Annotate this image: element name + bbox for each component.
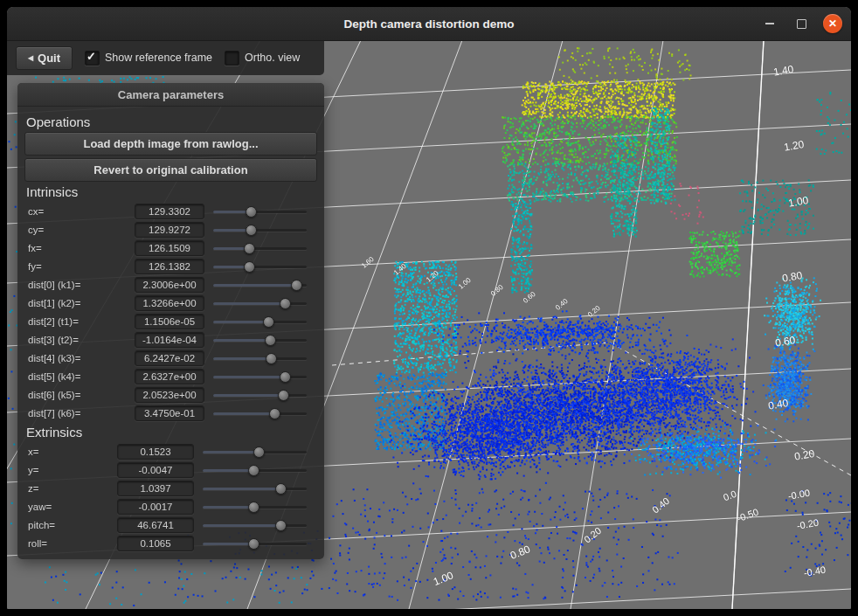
param-slider[interactable] xyxy=(203,497,307,516)
slider-fill xyxy=(213,357,270,360)
param-slider[interactable] xyxy=(203,516,307,534)
param-value-box[interactable]: -1.0164e-04 xyxy=(135,332,204,348)
param-value-box[interactable]: 46.6741 xyxy=(117,517,194,533)
param-value-box[interactable]: 129.9272 xyxy=(135,222,204,238)
param-value-box[interactable]: 129.3302 xyxy=(135,204,204,219)
param-slider[interactable] xyxy=(213,239,307,257)
checkbox-box[interactable]: ✓ xyxy=(85,51,100,66)
param-value-box[interactable]: 0.1523 xyxy=(117,444,194,460)
param-label: dist[7] (k6)= xyxy=(24,408,135,419)
slider-knob[interactable] xyxy=(248,538,259,550)
param-slider[interactable] xyxy=(213,349,307,367)
param-value-box[interactable]: 126.1382 xyxy=(135,259,204,274)
param-value-box[interactable]: 1.0397 xyxy=(117,481,194,496)
param-value-box[interactable]: 1.1506e-05 xyxy=(135,314,204,329)
param-value-box[interactable]: 2.0523e+00 xyxy=(135,387,204,403)
slider-knob[interactable] xyxy=(265,335,276,346)
slider-knob[interactable] xyxy=(246,206,257,218)
slider-knob[interactable] xyxy=(248,465,259,476)
checkbox-box[interactable]: ✓ xyxy=(225,51,239,66)
slider-knob[interactable] xyxy=(269,408,280,419)
panel-header[interactable]: Camera parameters xyxy=(17,83,324,107)
param-row: dist[0] (k1)= 2.3006e+00 xyxy=(24,275,317,294)
quit-label: Quit xyxy=(38,52,60,65)
back-arrow-icon: ◂ xyxy=(28,52,33,64)
param-row: dist[6] (k5)= 2.0523e+00 xyxy=(24,385,317,404)
param-label: dist[2] (t1)= xyxy=(24,316,135,327)
slider-knob[interactable] xyxy=(244,243,255,254)
slider-knob[interactable] xyxy=(253,446,265,458)
param-slider[interactable] xyxy=(213,202,307,220)
checkbox-show-reference-frame[interactable]: ✓ Show reference frame xyxy=(85,51,212,66)
slider-fill xyxy=(213,284,295,287)
param-slider[interactable] xyxy=(213,220,307,239)
param-value-box[interactable]: 126.1509 xyxy=(135,240,204,256)
param-slider[interactable] xyxy=(213,367,307,385)
maximize-button[interactable] xyxy=(792,14,811,33)
param-row: y= -0.0047 xyxy=(24,460,317,479)
quit-button[interactable]: ◂ Quit xyxy=(16,46,73,70)
param-row: fx= 126.1509 xyxy=(24,239,317,257)
slider-knob[interactable] xyxy=(275,483,287,495)
minimize-button[interactable] xyxy=(760,14,779,33)
slider-knob[interactable] xyxy=(280,298,291,309)
param-slider[interactable] xyxy=(213,257,307,275)
param-row: dist[3] (t2)= -1.0164e-04 xyxy=(24,330,317,349)
param-label: cy= xyxy=(24,225,135,235)
checkbox-ortho-view[interactable]: ✓ Ortho. view xyxy=(225,51,300,66)
param-label: yaw= xyxy=(24,502,117,512)
param-value-box[interactable]: 2.6327e+00 xyxy=(135,369,204,384)
slider-fill xyxy=(203,524,280,527)
toolbar: ◂ Quit ✓ Show reference frame ✓ Ortho. v… xyxy=(7,40,324,75)
param-row: z= 1.0397 xyxy=(24,479,317,497)
param-value-box[interactable]: -0.0047 xyxy=(117,462,194,478)
param-slider[interactable] xyxy=(203,460,307,479)
titlebar[interactable]: Depth camera distortion demo ✕ xyxy=(7,7,851,41)
checkbox-label: Show reference frame xyxy=(105,52,212,64)
param-slider[interactable] xyxy=(203,534,307,552)
param-slider[interactable] xyxy=(213,294,307,312)
param-row: dist[1] (k2)= 1.3266e+00 xyxy=(24,294,317,312)
slider-knob[interactable] xyxy=(248,502,259,513)
load-depth-image-button[interactable]: Load depth image from rawlog... xyxy=(24,132,317,156)
slider-knob[interactable] xyxy=(263,316,274,328)
revert-calibration-button[interactable]: Revert to original calibration xyxy=(24,158,317,182)
slider-knob[interactable] xyxy=(280,371,291,383)
slider-fill xyxy=(203,543,253,545)
param-row: cx= 129.3302 xyxy=(24,202,317,220)
param-slider[interactable] xyxy=(213,312,307,330)
slider-fill xyxy=(203,451,258,453)
param-slider[interactable] xyxy=(213,385,307,404)
param-value-box[interactable]: 0.1065 xyxy=(117,536,194,551)
param-label: fx= xyxy=(24,243,135,253)
param-slider[interactable] xyxy=(213,275,307,294)
slider-knob[interactable] xyxy=(246,225,257,236)
param-row: cy= 129.9272 xyxy=(24,220,317,239)
slider-fill xyxy=(213,394,282,397)
slider-knob[interactable] xyxy=(266,353,277,364)
slider-knob[interactable] xyxy=(278,390,289,401)
param-value-box[interactable]: 6.2427e-02 xyxy=(135,350,204,366)
param-value-box[interactable]: 2.3006e+00 xyxy=(135,277,204,293)
param-row: fy= 126.1382 xyxy=(24,257,317,275)
slider-fill xyxy=(213,339,269,342)
param-slider[interactable] xyxy=(203,442,307,460)
param-label: y= xyxy=(24,465,117,475)
param-label: dist[6] (k5)= xyxy=(24,390,135,400)
param-row: x= 0.1523 xyxy=(24,442,317,460)
param-value-box[interactable]: 1.3266e+00 xyxy=(135,295,204,311)
param-value-box[interactable]: -0.0017 xyxy=(117,499,194,515)
param-slider[interactable] xyxy=(203,479,307,497)
minimize-icon xyxy=(765,23,774,24)
slider-knob[interactable] xyxy=(244,261,255,273)
param-slider[interactable] xyxy=(213,404,307,422)
close-button[interactable]: ✕ xyxy=(823,14,842,33)
slider-knob[interactable] xyxy=(291,280,302,291)
param-slider[interactable] xyxy=(213,330,307,349)
param-row: pitch= 46.6741 xyxy=(24,516,317,534)
intrinsics-rows: cx= 129.3302 cy= 129.9272 fx= 126.1509 f… xyxy=(24,202,317,422)
param-value-box[interactable]: 3.4750e-01 xyxy=(135,405,204,421)
panel-body: Operations Load depth image from rawlog.… xyxy=(17,107,324,559)
slider-knob[interactable] xyxy=(275,520,287,531)
param-label: dist[4] (k3)= xyxy=(24,353,135,363)
